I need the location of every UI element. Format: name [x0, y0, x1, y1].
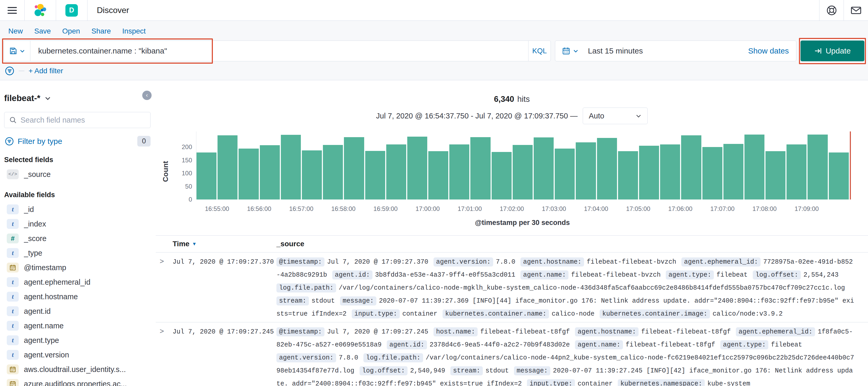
histogram-bar-12[interactable] — [449, 144, 469, 200]
field-item-agent.type[interactable]: tagent.type — [4, 333, 151, 348]
nav-link-save[interactable]: Save — [34, 27, 51, 35]
histogram-bar-21[interactable] — [639, 146, 659, 200]
histogram-bar-25[interactable] — [723, 144, 743, 200]
histogram-bar-10[interactable] — [407, 137, 427, 200]
histogram-bar-20[interactable] — [618, 151, 638, 200]
hits-summary: 6,340hits — [156, 94, 868, 104]
histogram-bar-23[interactable] — [681, 135, 701, 200]
field-item-agent.name[interactable]: tagent.name — [4, 319, 151, 333]
field-item-agent.version[interactable]: tagent.version — [4, 348, 151, 362]
time-range-label[interactable]: Last 15 minutes — [588, 47, 643, 55]
histogram-bar-24[interactable] — [703, 147, 722, 200]
apply-arrow-icon — [814, 47, 822, 55]
field-item-agent.id[interactable]: tagent.id — [4, 304, 151, 319]
expand-row-icon[interactable]: > — [160, 325, 173, 386]
time-column-header[interactable]: Time ▼ — [173, 240, 276, 248]
field-item-_id[interactable]: t_id — [4, 202, 151, 217]
histogram-bar-30[interactable] — [829, 152, 849, 200]
kql-button[interactable]: KQL — [528, 41, 551, 61]
field-value: container — [402, 310, 437, 318]
string-field-icon: t — [7, 321, 19, 331]
histogram-bar-26[interactable] — [744, 135, 765, 200]
available-fields-heading: Available fields — [4, 191, 151, 199]
histogram-bar-13[interactable] — [470, 137, 490, 200]
histogram-bar-18[interactable] — [576, 142, 596, 200]
field-key-pill: agent.name: — [521, 270, 568, 279]
elastic-logo-icon[interactable] — [25, 0, 56, 21]
field-value: container — [578, 380, 613, 386]
histogram-bar-19[interactable] — [597, 138, 617, 200]
x-tick-17:09:00: 17:09:00 — [795, 205, 819, 212]
saved-query-button[interactable] — [4, 41, 30, 61]
field-key-pill: stream: — [451, 366, 483, 375]
histogram-bar-7[interactable] — [344, 137, 364, 200]
histogram-bar-16[interactable] — [534, 138, 554, 200]
chevron-down-icon — [20, 48, 25, 54]
field-item-aws.cloudtrail.user_identity.s...[interactable]: aws.cloudtrail.user_identity.s... — [4, 362, 151, 377]
histogram-bar-14[interactable] — [492, 152, 512, 200]
histogram-bar-17[interactable] — [555, 149, 575, 200]
collapse-sidebar-button[interactable]: ‹ — [142, 91, 152, 100]
x-tick-16:58:00: 16:58:00 — [331, 205, 355, 212]
field-key-pill: agent.id: — [332, 270, 372, 279]
field-item-_type[interactable]: t_type — [4, 246, 151, 260]
histogram-bar-11[interactable] — [428, 151, 448, 200]
newsfeed-button[interactable] — [844, 0, 868, 21]
histogram-bar-2[interactable] — [239, 149, 258, 200]
histogram-bar-28[interactable] — [786, 144, 806, 200]
field-key-pill: log.offset: — [753, 270, 801, 279]
field-item-_score[interactable]: #_score — [4, 231, 151, 246]
histogram-bar-9[interactable] — [386, 144, 406, 200]
show-dates-link[interactable]: Show dates — [748, 47, 789, 55]
field-item-agent.ephemeral_id[interactable]: tagent.ephemeral_id — [4, 275, 151, 289]
field-item-azure.auditlogs.properties.ac...[interactable]: azure.auditlogs.properties.ac... — [4, 377, 151, 386]
available-fields-list: t_idt_index#_scoret_type@timestamptagent… — [4, 202, 151, 386]
histogram-bar-3[interactable] — [260, 145, 280, 200]
histogram-bar-0[interactable] — [196, 152, 216, 200]
string-field-icon: t — [7, 306, 19, 316]
histogram-plot[interactable] — [196, 131, 849, 200]
histogram-bar-22[interactable] — [660, 144, 680, 200]
field-search-input[interactable]: Search field names — [4, 112, 151, 128]
filter-circle-icon[interactable] — [5, 66, 14, 76]
field-item-@timestamp[interactable]: @timestamp — [4, 260, 151, 275]
menu-button[interactable] — [0, 0, 24, 21]
query-input[interactable]: kubernetes.container.name : "kibana" — [30, 41, 528, 61]
nav-link-inspect[interactable]: Inspect — [122, 27, 146, 35]
expand-row-icon[interactable]: > — [160, 256, 173, 321]
field-item-agent.hostname[interactable]: tagent.hostname — [4, 289, 151, 304]
field-value: filebeat-filebeat-t8fgf — [626, 341, 715, 349]
date-picker-button[interactable] — [555, 41, 585, 61]
hits-count: 6,340 — [494, 94, 514, 103]
field-key-pill: message: — [340, 296, 376, 305]
nav-link-open[interactable]: Open — [62, 27, 80, 35]
histogram-bar-4[interactable] — [281, 135, 301, 200]
x-tick-17:01:00: 17:01:00 — [458, 205, 482, 212]
filter-circle-icon — [5, 137, 14, 146]
histogram-bar-6[interactable] — [323, 145, 343, 200]
update-button[interactable]: Update — [801, 40, 864, 61]
chevron-down-icon — [573, 48, 579, 54]
field-item-_index[interactable]: t_index — [4, 217, 151, 231]
help-button[interactable] — [819, 0, 844, 21]
field-item-_source[interactable]: </>_source — [4, 167, 151, 182]
row-source: @timestamp:Jul 7, 2020 @ 17:09:27.370age… — [276, 256, 868, 321]
histogram-bar-29[interactable] — [808, 135, 828, 200]
histogram-bar-15[interactable] — [513, 145, 533, 200]
filter-by-type-link[interactable]: Filter by type — [18, 137, 62, 146]
histogram-bar-27[interactable] — [766, 151, 785, 200]
field-value: filebeat-filebeat-t8fgf — [641, 328, 731, 336]
histogram-bar-8[interactable] — [365, 151, 385, 200]
menu-icon — [7, 7, 17, 14]
nav-link-share[interactable]: Share — [91, 27, 111, 35]
nav-link-new[interactable]: New — [8, 27, 23, 35]
string-field-icon: t — [7, 248, 19, 258]
interval-select[interactable]: Auto — [583, 108, 648, 124]
histogram-bar-5[interactable] — [302, 150, 322, 200]
sort-desc-icon[interactable]: ▼ — [192, 241, 197, 247]
row-time: Jul 7, 2020 @ 17:09:27.370 — [173, 256, 276, 321]
add-filter-link[interactable]: + Add filter — [29, 67, 63, 75]
field-value: /var/log/containers/calico-node-mgklh_ku… — [339, 284, 845, 292]
histogram-bar-1[interactable] — [218, 135, 238, 200]
index-pattern-selector[interactable]: filebeat-* — [4, 93, 151, 103]
